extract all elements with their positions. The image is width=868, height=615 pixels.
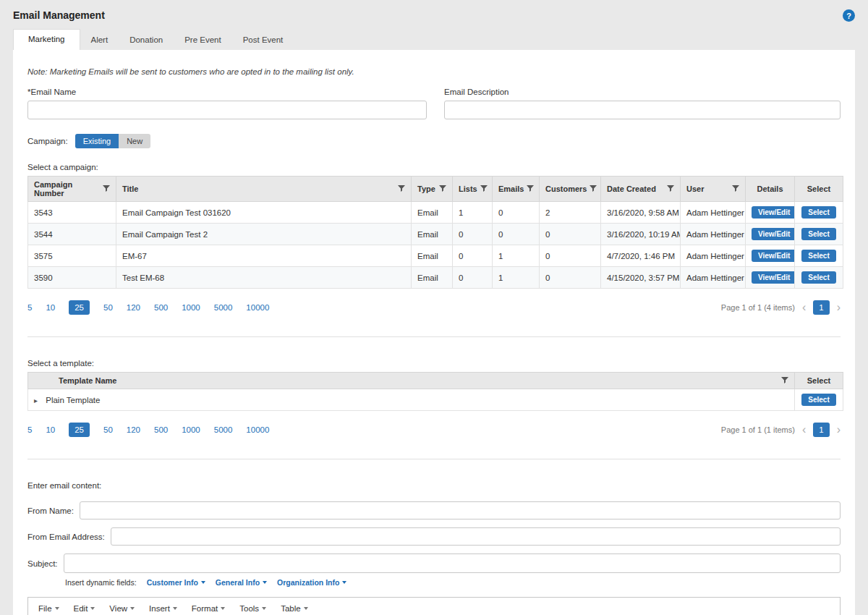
select-campaign-button[interactable]: Select	[801, 271, 835, 284]
menu-file[interactable]: File	[33, 602, 65, 615]
cell-user: Adam Hettinger	[681, 224, 746, 245]
from-name-label: From Name:	[27, 506, 74, 515]
tab-post-event[interactable]: Post Event	[232, 30, 294, 50]
campaign-new-button[interactable]: New	[119, 134, 150, 148]
section-divider	[27, 459, 841, 459]
select-template-button[interactable]: Select	[801, 394, 835, 406]
menu-insert[interactable]: Insert	[143, 602, 183, 615]
page-size-option-active[interactable]: 25	[69, 300, 90, 315]
filter-icon[interactable]	[527, 185, 534, 192]
page-size-option[interactable]: 500	[154, 425, 168, 434]
cell-campaign-number: 3590	[28, 267, 116, 289]
page-size-option[interactable]: 5	[27, 303, 32, 312]
chevron-down-icon	[173, 607, 177, 610]
template-table-header-row: Template Name Select	[28, 373, 843, 389]
tab-marketing[interactable]: Marketing	[13, 29, 80, 50]
dynamic-fields-row: Insert dynamic fields: Customer Info Gen…	[65, 578, 841, 587]
cell-lists: 0	[453, 267, 493, 289]
table-row: 3590 Test EM-68 Email 0 1 0 4/15/2020, 3…	[28, 267, 843, 289]
page-title: Email Management	[13, 9, 105, 21]
page-size-option[interactable]: 500	[154, 303, 168, 312]
cell-type: Email	[412, 224, 453, 245]
page-size-option[interactable]: 120	[127, 303, 140, 312]
cell-date-created: 3/16/2020, 10:19 AM	[601, 224, 681, 245]
page-size-option[interactable]: 120	[127, 425, 140, 434]
col-template-select: Select	[795, 373, 843, 389]
page-number-button[interactable]: 1	[813, 423, 829, 437]
cell-campaign-number: 3543	[28, 202, 116, 224]
help-icon[interactable]: ?	[843, 9, 855, 22]
cell-customers: 0	[540, 267, 601, 289]
page-size-option-active[interactable]: 25	[69, 423, 90, 437]
menu-edit[interactable]: Edit	[68, 602, 101, 615]
chevron-down-icon	[90, 607, 95, 610]
cell-user: Adam Hettinger	[681, 267, 746, 289]
email-name-input[interactable]	[27, 101, 427, 119]
from-email-label: From Email Address:	[27, 533, 105, 541]
menu-view[interactable]: View	[103, 602, 140, 615]
filter-icon[interactable]	[732, 185, 739, 192]
tab-alert[interactable]: Alert	[80, 30, 119, 50]
chevron-right-icon[interactable]: ›	[837, 424, 841, 436]
cell-title: Test EM-68	[116, 267, 412, 289]
page-size-option[interactable]: 5000	[214, 303, 233, 312]
chevron-down-icon	[201, 581, 205, 584]
tab-pre-event[interactable]: Pre Event	[174, 30, 232, 50]
subject-input[interactable]	[64, 554, 841, 573]
general-info-dropdown[interactable]: General Info	[216, 578, 267, 587]
table-row: 3543 Email Campaign Test 031620 Email 1 …	[28, 202, 843, 224]
filter-icon[interactable]	[439, 185, 446, 192]
marketing-panel: Note: Marketing Emails will be sent to c…	[13, 50, 855, 615]
page-size-option[interactable]: 50	[103, 303, 113, 312]
menu-format[interactable]: Format	[186, 602, 231, 615]
select-campaign-button[interactable]: Select	[801, 228, 835, 240]
select-campaign-label: Select a campaign:	[27, 163, 841, 171]
filter-icon[interactable]	[590, 185, 597, 192]
page-size-option[interactable]: 1000	[182, 425, 200, 434]
pager-status: Page 1 of 1 (4 items)	[721, 303, 795, 312]
cell-lists: 0	[453, 224, 493, 245]
campaign-existing-button[interactable]: Existing	[75, 134, 119, 148]
page-size-option[interactable]: 10000	[246, 303, 269, 312]
view-edit-button[interactable]: View/Edit	[752, 271, 795, 284]
select-campaign-button[interactable]: Select	[801, 206, 835, 219]
campaign-toggle-group: Existing New	[75, 134, 151, 148]
page-size-option[interactable]: 1000	[182, 303, 200, 312]
customer-info-dropdown[interactable]: Customer Info	[147, 578, 205, 587]
page-number-button[interactable]: 1	[813, 300, 829, 315]
email-description-input[interactable]	[444, 101, 841, 119]
filter-icon[interactable]	[667, 185, 674, 192]
page-size-option[interactable]: 5000	[214, 425, 233, 434]
campaign-toggle-row: Campaign: Existing New	[27, 134, 841, 148]
filter-icon[interactable]	[480, 185, 488, 192]
page-size-option[interactable]: 50	[103, 425, 113, 434]
menu-table[interactable]: Table	[275, 602, 314, 615]
table-row: ▸ Plain Template Select	[28, 389, 843, 411]
tab-donation[interactable]: Donation	[119, 30, 174, 50]
organization-info-dropdown[interactable]: Organization Info	[277, 578, 346, 587]
from-name-input[interactable]	[80, 501, 841, 519]
chevron-right-icon[interactable]: ›	[837, 302, 841, 313]
view-edit-button[interactable]: View/Edit	[752, 206, 795, 219]
page-size-option[interactable]: 10	[46, 303, 55, 312]
cell-customers: 2	[540, 202, 601, 224]
chevron-left-icon[interactable]: ‹	[802, 424, 806, 436]
filter-icon[interactable]	[398, 185, 405, 192]
cell-emails: 0	[493, 202, 540, 224]
from-email-input[interactable]	[111, 527, 841, 546]
menu-tools[interactable]: Tools	[234, 602, 272, 615]
page-size-list: 5 10 25 50 120 500 1000 5000 10000	[27, 423, 269, 437]
cell-type: Email	[412, 267, 453, 289]
view-edit-button[interactable]: View/Edit	[752, 228, 795, 240]
chevron-left-icon[interactable]: ‹	[802, 302, 806, 313]
page-size-option[interactable]: 5	[27, 425, 32, 434]
subject-row: Subject:	[27, 554, 841, 573]
view-edit-button[interactable]: View/Edit	[752, 250, 795, 262]
page-size-option[interactable]: 10	[46, 425, 55, 434]
expand-row-icon[interactable]: ▸	[34, 396, 38, 404]
select-campaign-button[interactable]: Select	[801, 250, 835, 262]
filter-icon[interactable]	[781, 377, 788, 384]
page-size-option[interactable]: 10000	[246, 425, 269, 434]
cell-campaign-number: 3544	[28, 224, 116, 245]
filter-icon[interactable]	[103, 185, 110, 192]
